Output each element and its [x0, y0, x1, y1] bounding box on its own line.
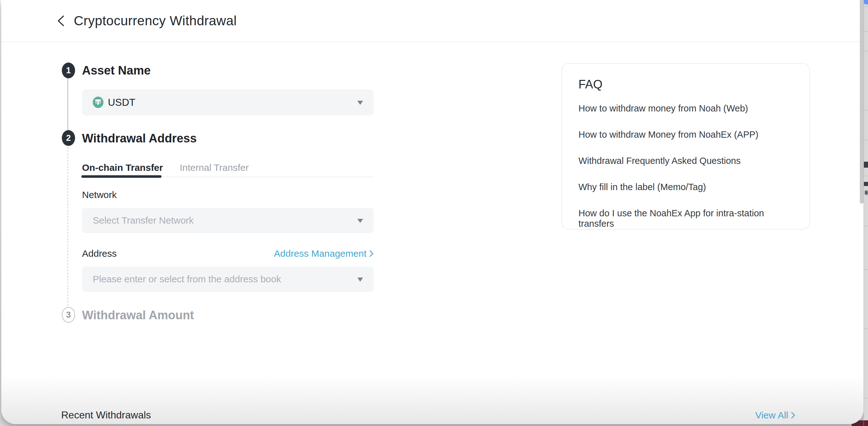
asset-select-value: USDT: [108, 96, 135, 108]
address-label: Address: [82, 248, 117, 259]
asset-select[interactable]: USDT: [82, 89, 374, 115]
faq-title: FAQ: [579, 78, 793, 91]
chevron-left-icon: [57, 15, 65, 27]
address-management-link[interactable]: Address Management: [274, 248, 374, 259]
background-window-glyph: [865, 190, 868, 195]
back-button[interactable]: [57, 15, 66, 27]
tab-onchain-transfer[interactable]: On-chain Transfer: [82, 162, 163, 173]
faq-item[interactable]: How do I use the NoahEx App for intra-st…: [579, 208, 793, 229]
dropdown-caret-icon: [358, 219, 363, 223]
network-label: Network: [82, 190, 117, 200]
address-select[interactable]: Please enter or select from the address …: [82, 266, 374, 292]
tether-icon: [93, 96, 103, 108]
step-2-heading: Withdrawal Address: [82, 132, 197, 145]
step-connector-2-3: [67, 147, 68, 306]
active-tab-underline: [82, 175, 161, 178]
main-panel: Cryptocurrency Withdrawal 1 Asset Name U…: [1, 0, 864, 424]
address-row: Address Address Management: [82, 248, 374, 259]
background-window-sliver: [864, 0, 868, 426]
vertical-scrollbar-thumb[interactable]: [860, 0, 864, 204]
faq-card: FAQ How to withdraw money from Noah (Web…: [561, 63, 810, 230]
step-3-number: 3: [66, 310, 71, 320]
page-title: Cryptocurrency Withdrawal: [74, 13, 237, 28]
step-2-indicator: 2: [62, 130, 75, 146]
faq-item[interactable]: Why fill in the label (Memo/Tag): [579, 182, 793, 192]
network-select-placeholder: Select Transfer Network: [93, 215, 194, 226]
page-header: Cryptocurrency Withdrawal: [1, 0, 864, 42]
step-1-number: 1: [66, 66, 71, 76]
step-1-indicator: 1: [62, 62, 75, 78]
step-1-heading: Asset Name: [82, 64, 151, 77]
chevron-right-icon: [791, 411, 796, 419]
step-connector-1-2: [67, 78, 68, 130]
dropdown-caret-icon: [358, 278, 363, 282]
view-all-label: View All: [755, 410, 788, 421]
address-select-placeholder: Please enter or select from the address …: [93, 274, 281, 285]
faq-item[interactable]: Withdrawal Frequently Asked Questions: [579, 156, 793, 166]
tab-internal-transfer[interactable]: Internal Transfer: [180, 162, 249, 173]
background-window-blue-button: [864, 0, 868, 4]
network-select[interactable]: Select Transfer Network: [82, 208, 374, 233]
chevron-right-icon: [369, 250, 374, 258]
faq-item[interactable]: How to withdraw Money from NoahEx (APP): [579, 130, 793, 140]
recent-withdrawals-title: Recent Withdrawals: [61, 409, 151, 421]
address-management-label: Address Management: [274, 248, 367, 259]
step-2-number: 2: [66, 133, 71, 143]
faq-item[interactable]: How to withdraw money from Noah (Web): [579, 103, 793, 114]
step-3-indicator: 3: [62, 307, 75, 323]
step-3-heading: Withdrawal Amount: [82, 309, 194, 322]
view-all-link[interactable]: View All: [755, 410, 796, 421]
dropdown-caret-icon: [358, 101, 363, 105]
